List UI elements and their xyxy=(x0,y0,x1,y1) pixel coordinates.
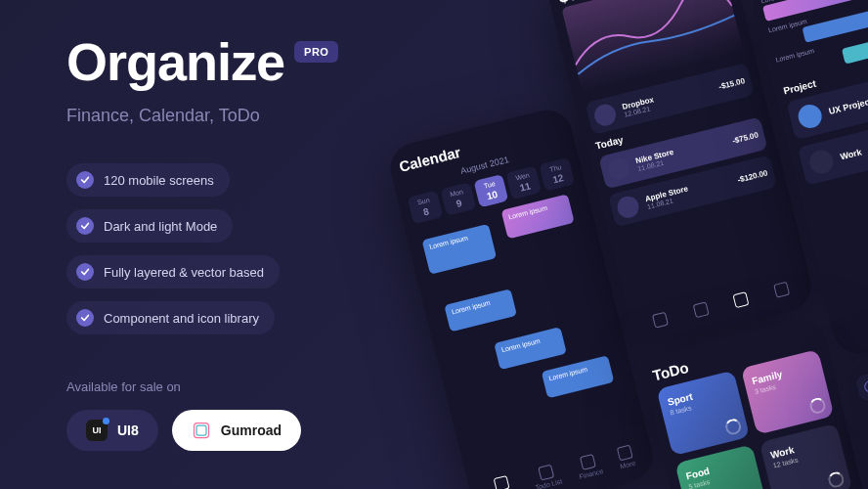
calendar-events: Lorem ipsum Lorem ipsum Lorem ipsum Lore… xyxy=(415,192,633,460)
project-name: Work xyxy=(839,147,862,161)
nav-finance: Finance xyxy=(575,453,604,480)
ui8-button[interactable]: UI UI8 xyxy=(66,410,158,451)
ui8-icon: UI xyxy=(86,420,108,441)
available-label: Available for sale on xyxy=(66,379,438,394)
gumroad-icon xyxy=(192,421,211,440)
progress-ring-icon xyxy=(808,396,827,415)
gumroad-label: Gumroad xyxy=(221,422,282,438)
list-icon xyxy=(692,301,709,318)
nav-calendar xyxy=(652,312,669,331)
merchant-icon xyxy=(615,194,641,220)
chart-icon xyxy=(733,291,750,308)
feature-text: 120 mobile screens xyxy=(104,173,214,188)
progress-ring-icon xyxy=(723,418,742,436)
feature-item: Dark and light Mode xyxy=(66,209,233,243)
event-block: Lorem ipsum xyxy=(422,224,498,275)
day-cell-active: Tue10 xyxy=(473,174,509,208)
todo-category-card: Sport8 tasks xyxy=(657,371,751,457)
nav-calendar: Calendar xyxy=(487,473,519,489)
dots-icon xyxy=(773,282,790,298)
day-cell: Mon9 xyxy=(440,182,476,216)
check-icon xyxy=(76,263,94,281)
nav-todo xyxy=(692,301,709,320)
todo-category-card: Work12 tasks xyxy=(760,423,853,489)
event-block: Lorem ipsum xyxy=(444,289,517,332)
nav-finance xyxy=(733,291,750,310)
calendar-icon xyxy=(494,475,510,489)
checkbox-icon xyxy=(863,379,868,394)
nav-more xyxy=(773,282,790,300)
day-cell: Sun8 xyxy=(408,191,444,225)
feature-item: Component and icon library xyxy=(66,301,275,334)
ui8-label: UI8 xyxy=(117,422,139,438)
feature-text: Fully layered & vector based xyxy=(104,265,264,280)
project-name: UX Project xyxy=(828,96,868,116)
project-icon xyxy=(807,148,836,176)
merchant-icon xyxy=(606,156,632,183)
event-block: Lorem ipsum xyxy=(542,355,615,398)
feature-text: Component and icon library xyxy=(104,311,259,326)
list-icon xyxy=(538,465,554,481)
day-cell: Wen11 xyxy=(506,165,542,200)
svg-rect-1 xyxy=(196,425,206,435)
gumroad-button[interactable]: Gumroad xyxy=(172,410,301,451)
check-icon xyxy=(76,217,94,235)
feature-item: 120 mobile screens xyxy=(66,163,230,197)
check-icon xyxy=(76,171,94,189)
feature-item: Fully layered & vector based xyxy=(66,255,280,289)
event-block: Lorem ipsum xyxy=(494,327,567,370)
promo-canvas: Organize PRO Finance, Calendar, ToDo 120… xyxy=(0,0,868,489)
pro-badge: PRO xyxy=(294,41,338,63)
progress-ring-icon xyxy=(827,470,846,489)
event-block: Lorem ipsum xyxy=(501,194,575,239)
merchant-icon xyxy=(592,102,619,128)
chart-icon xyxy=(580,454,596,470)
store-buttons: UI UI8 Gumroad xyxy=(66,410,438,451)
todo-category-card: Family3 tasks xyxy=(741,349,835,435)
product-title: Organize xyxy=(66,35,284,88)
feature-list: 120 mobile screens Dark and light Mode F… xyxy=(66,163,438,334)
dots-icon xyxy=(617,445,633,462)
feature-text: Dark and light Mode xyxy=(104,219,217,234)
project-icon xyxy=(796,102,824,130)
check-icon xyxy=(76,309,94,327)
day-cell: Thu12 xyxy=(540,157,576,192)
nav-todo: Todo List xyxy=(531,463,563,489)
calendar-icon xyxy=(652,312,669,329)
nav-more: More xyxy=(616,444,636,469)
